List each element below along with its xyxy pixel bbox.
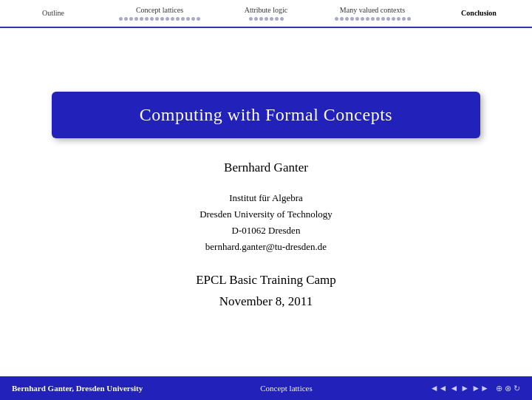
nav-item-attribute-logic[interactable]: Attribute logic bbox=[213, 3, 319, 24]
nav-item-outline[interactable]: Outline bbox=[0, 6, 106, 21]
nav-next-button[interactable]: ► bbox=[460, 383, 469, 394]
event-line-1: EPCL Basic Training Camp bbox=[196, 273, 336, 287]
nav-item-conclusion[interactable]: Conclusion bbox=[426, 6, 532, 21]
nav-item-concept-lattices[interactable]: Concept lattices bbox=[106, 3, 213, 24]
nav-label-many-valued-contexts: Many valued contexts bbox=[340, 6, 405, 15]
event-line-2: November 8, 2011 bbox=[219, 294, 313, 308]
nav-label-attribute-logic: Attribute logic bbox=[245, 6, 288, 15]
slide-title: Computing with Formal Concepts bbox=[140, 105, 392, 124]
institution-line-4: bernhard.ganter@tu-dresden.de bbox=[205, 241, 327, 252]
event-info: EPCL Basic Training Camp November 8, 201… bbox=[196, 270, 336, 313]
footer-left: Bernhard Ganter, Dresden University bbox=[12, 384, 143, 393]
nav-label-conclusion: Conclusion bbox=[461, 9, 497, 18]
institution-line-2: Dresden University of Technology bbox=[200, 209, 332, 220]
nav-label-outline: Outline bbox=[42, 9, 64, 18]
nav-controls: ◄◄ ◄ ► ►► ⊕ ⊗ ↻ bbox=[430, 383, 520, 394]
nav-last-button[interactable]: ►► bbox=[471, 383, 489, 394]
bottom-bar: Bernhard Ganter, Dresden University Conc… bbox=[0, 376, 532, 400]
title-box: Computing with Formal Concepts bbox=[52, 92, 480, 138]
institution-info: Institut für Algebra Dresden University … bbox=[200, 190, 332, 255]
nav-item-many-valued-contexts[interactable]: Many valued contexts bbox=[319, 3, 426, 24]
top-navigation: Outline Concept lattices Attribute logic… bbox=[0, 0, 532, 28]
nav-zoom-fit[interactable]: ⊕ bbox=[496, 384, 502, 393]
nav-refresh[interactable]: ↻ bbox=[514, 384, 520, 393]
institution-line-1: Institut für Algebra bbox=[229, 192, 303, 203]
nav-label-concept-lattices: Concept lattices bbox=[136, 6, 183, 15]
nav-prev-button[interactable]: ◄ bbox=[449, 383, 458, 394]
nav-first-button[interactable]: ◄◄ bbox=[430, 383, 448, 394]
nav-dots-concept-lattices bbox=[119, 17, 200, 21]
slide-content: Computing with Formal Concepts Bernhard … bbox=[0, 28, 532, 376]
nav-dots-attribute-logic bbox=[249, 17, 284, 21]
nav-zoom-out[interactable]: ⊗ bbox=[505, 384, 511, 393]
nav-dots-many-valued-contexts bbox=[335, 17, 411, 21]
institution-line-3: D-01062 Dresden bbox=[232, 225, 301, 236]
footer-center: Concept lattices bbox=[260, 384, 313, 393]
author-name: Bernhard Ganter bbox=[224, 160, 308, 175]
